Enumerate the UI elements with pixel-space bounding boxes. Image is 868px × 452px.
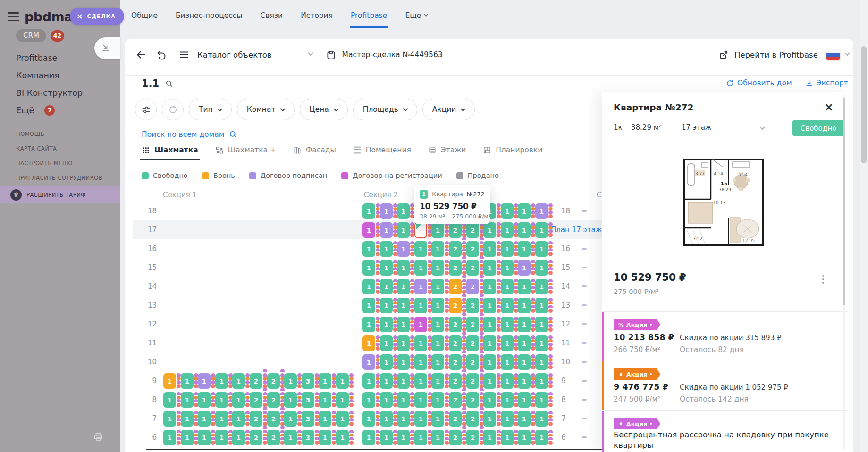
- grid-cell[interactable]: 2: [449, 392, 462, 408]
- sidebar-link-3[interactable]: НАСТРОИТЬ МЕНЮ: [16, 156, 102, 170]
- sidebar-hamburger-icon[interactable]: [8, 12, 19, 21]
- grid-cell[interactable]: 1: [535, 317, 548, 332]
- grid-cell[interactable]: 1: [501, 298, 514, 313]
- grid-cell[interactable]: 1: [535, 354, 548, 370]
- grid-cell[interactable]: 2: [267, 392, 280, 408]
- grid-cell[interactable]: 3: [302, 373, 314, 389]
- tab-profitbase[interactable]: Profitbase: [351, 11, 387, 20]
- grid-cell[interactable]: 1: [362, 354, 375, 370]
- grid-cell[interactable]: 1: [397, 203, 410, 219]
- grid-cell[interactable]: 2: [466, 298, 479, 313]
- tab-история[interactable]: История: [301, 11, 333, 20]
- tab-общие[interactable]: Общие: [131, 11, 158, 20]
- grid-cell[interactable]: 1: [535, 335, 548, 351]
- grid-horizontal-scrollbar[interactable]: [146, 449, 606, 450]
- grid-cell[interactable]: 2: [449, 279, 462, 294]
- grid-cell[interactable]: 2: [449, 241, 462, 257]
- grid-cell[interactable]: 1: [397, 298, 410, 313]
- grid-cell[interactable]: 1: [483, 241, 496, 257]
- floor-plan-link[interactable]: План 17 этажа: [551, 226, 606, 234]
- grid-cell[interactable]: 1: [336, 392, 349, 408]
- grid-cell[interactable]: 1: [414, 241, 427, 257]
- grid-cell[interactable]: 2: [449, 354, 462, 370]
- grid-cell[interactable]: 1: [501, 279, 514, 294]
- close-deal-icon[interactable]: ×: [76, 13, 83, 20]
- grid-cell[interactable]: 2: [466, 411, 479, 427]
- grid-cell[interactable]: 2: [267, 430, 280, 445]
- grid-cell[interactable]: 1: [414, 430, 427, 445]
- grid-cell[interactable]: 1: [232, 411, 245, 427]
- grid-cell[interactable]: 1: [380, 222, 393, 238]
- grid-cell[interactable]: 1: [535, 222, 548, 238]
- grid-cell[interactable]: 1: [431, 222, 444, 238]
- grid-cell[interactable]: 2: [449, 317, 462, 332]
- panel-status-button[interactable]: Свободно: [792, 120, 844, 136]
- grid-cell[interactable]: 1: [501, 241, 514, 257]
- grid-cell[interactable]: 1: [483, 373, 496, 389]
- grid-cell[interactable]: 1: [483, 298, 496, 313]
- grid-cell[interactable]: 1: [518, 430, 531, 445]
- grid-cell[interactable]: 1: [483, 317, 496, 332]
- grid-cell[interactable]: 1: [163, 373, 176, 389]
- grid-cell[interactable]: 1: [518, 298, 531, 313]
- grid-cell[interactable]: 1: [483, 411, 496, 427]
- grid-cell[interactable]: 2: [449, 430, 462, 445]
- grid-cell[interactable]: 2: [267, 411, 280, 427]
- grid-cell[interactable]: 1: [501, 203, 514, 219]
- grid-cell[interactable]: 2: [449, 335, 462, 351]
- grid-cell[interactable]: 1: [501, 373, 514, 389]
- sidebar-item-3[interactable]: BI Конструктор: [16, 84, 83, 101]
- grid-cell[interactable]: 1: [215, 411, 228, 427]
- grid-cell[interactable]: 1: [483, 335, 496, 351]
- grid-cell[interactable]: 1: [362, 260, 375, 276]
- grid-cell[interactable]: 1: [431, 241, 444, 257]
- grid-cell[interactable]: 1: [518, 279, 531, 294]
- deal-pill[interactable]: × СДЕЛКА: [70, 8, 124, 25]
- grid-cell[interactable]: 2: [466, 279, 479, 294]
- grid-cell[interactable]: 2: [466, 222, 479, 238]
- grid-cell[interactable]: 1: [319, 373, 331, 389]
- grid-cell[interactable]: 1: [535, 279, 548, 294]
- grid-cell[interactable]: 1: [232, 430, 245, 445]
- grid-cell[interactable]: 2: [449, 260, 462, 276]
- grid-cell[interactable]: 1: [518, 260, 531, 276]
- grid-cell[interactable]: 1: [362, 203, 375, 219]
- grid-cell[interactable]: 1: [535, 430, 548, 445]
- grid-cell[interactable]: 3: [302, 392, 314, 408]
- grid-cell[interactable]: 1: [518, 392, 531, 408]
- grid-cell[interactable]: 1: [414, 279, 427, 294]
- grid-cell[interactable]: 1: [518, 373, 531, 389]
- grid-cell[interactable]: 1: [380, 241, 393, 257]
- sidebar-item-4[interactable]: Ещё7: [16, 101, 83, 119]
- grid-cell[interactable]: 1: [518, 241, 531, 257]
- grid-cell[interactable]: 2: [466, 373, 479, 389]
- grid-cell[interactable]: 2: [449, 222, 462, 238]
- grid-cell[interactable]: 1: [483, 222, 496, 238]
- sidebar-link-4[interactable]: ПРИГЛАСИТЬ СОТРУДНИКОВ: [16, 170, 102, 185]
- grid-cell[interactable]: 1: [362, 241, 375, 257]
- grid-cell[interactable]: 1: [380, 354, 393, 370]
- grid-cell[interactable]: 1: [362, 392, 375, 408]
- grid-cell[interactable]: 1: [198, 373, 211, 389]
- grid-cell[interactable]: 1: [380, 430, 393, 445]
- grid-cell[interactable]: 1: [380, 317, 393, 332]
- grid-cell[interactable]: 1: [414, 411, 427, 427]
- grid-cell[interactable]: 1: [397, 411, 410, 427]
- grid-cell[interactable]: 2: [466, 260, 479, 276]
- grid-cell[interactable]: 2: [449, 411, 462, 427]
- grid-cell[interactable]: 1: [397, 430, 410, 445]
- grid-cell[interactable]: 2: [267, 373, 280, 389]
- grid-cell[interactable]: 1: [397, 317, 410, 332]
- grid-cell[interactable]: 1: [397, 392, 410, 408]
- grid-cell[interactable]: 2: [250, 430, 262, 445]
- grid-cell[interactable]: 1: [535, 411, 548, 427]
- grid-cell[interactable]: 1: [431, 260, 444, 276]
- grid-cell[interactable]: 1: [232, 373, 245, 389]
- grid-cell[interactable]: 1: [319, 430, 331, 445]
- grid-cell[interactable]: 1: [380, 335, 393, 351]
- grid-cell[interactable]: 1: [181, 430, 194, 445]
- grid-cell[interactable]: 1: [483, 430, 496, 445]
- grid-cell[interactable]: 1: [501, 430, 514, 445]
- grid-cell[interactable]: 1: [232, 392, 245, 408]
- grid-cell[interactable]: 1: [535, 373, 548, 389]
